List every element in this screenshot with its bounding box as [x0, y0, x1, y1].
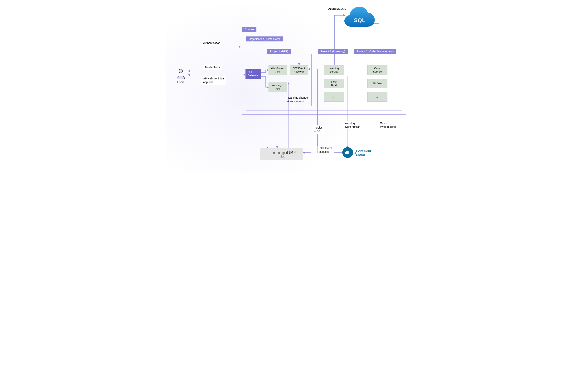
- project-b-tab: Project B (Inventory): [318, 49, 348, 54]
- mongodb-box: mongoDB® Atlas: [260, 148, 303, 160]
- project-b-more-box: ...: [324, 92, 344, 102]
- svg-rect-11: [350, 152, 350, 154]
- graphql-api-box: GraphQL API: [268, 82, 287, 92]
- authentication-label: Authentication: [201, 41, 222, 46]
- project-c-tab: Project C (Order Management): [354, 49, 396, 54]
- inventory-service-box: Inventory Service: [324, 65, 344, 75]
- mongo-text: mongoDB: [273, 150, 293, 156]
- notifications-label: Notifications: [203, 65, 222, 70]
- websocket-api-box: WebSocket API: [268, 65, 287, 75]
- svg-rect-7: [345, 152, 346, 154]
- persist-label: Persist to DB: [312, 125, 324, 134]
- project-a-tab: Project A (BFF): [267, 49, 291, 54]
- choreo-tab: Choreo: [242, 27, 256, 32]
- svg-point-4: [179, 69, 183, 73]
- api-gateway-box: API Gateway: [245, 69, 261, 79]
- azure-mssql-label: Azure MSSQL: [328, 7, 346, 10]
- order-pub-label: Order event publish: [378, 121, 398, 129]
- svg-point-6: [342, 147, 353, 158]
- svg-rect-10: [349, 152, 349, 154]
- org-tab: Organization (Acme Corp): [246, 36, 283, 42]
- bill-gen-box: Bill Gen.: [368, 79, 387, 88]
- sql-cloud-icon: SQL: [344, 7, 375, 27]
- stock-refill-box: Stock Refill: [324, 79, 344, 88]
- sql-text: SQL: [354, 17, 366, 23]
- svg-rect-8: [346, 152, 347, 154]
- realtime-label: Real-time change stream events: [287, 96, 308, 103]
- users-label: Users: [177, 80, 184, 84]
- mongo-atlas-text: Atlas: [278, 155, 284, 158]
- api-calls-label: API calls for initial app load: [201, 76, 226, 84]
- project-c-more-box: ...: [368, 92, 387, 102]
- inventory-pub-label: Inventory event publish: [343, 121, 362, 129]
- confluent-icon: [342, 147, 353, 158]
- bff-event-receiver-box: BFF Event Receiver: [290, 65, 308, 75]
- confluent-label: Confluent Cloud: [356, 149, 371, 157]
- user-icon: [177, 69, 185, 79]
- svg-rect-9: [347, 150, 348, 154]
- bff-sub-label: BFF Event subscript: [318, 146, 334, 154]
- order-service-box: Order Service: [368, 65, 387, 75]
